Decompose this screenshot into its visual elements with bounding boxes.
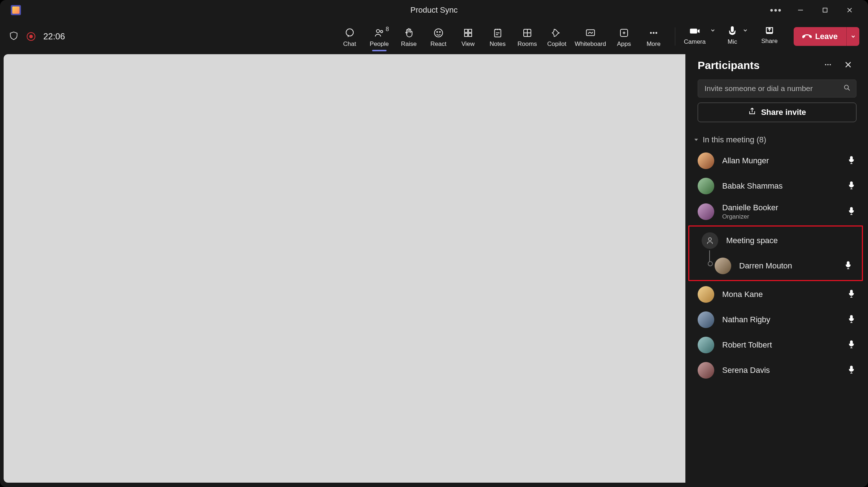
svg-point-18 [650, 32, 652, 34]
raise-hand-button[interactable]: Raise [394, 25, 424, 48]
participant-row[interactable]: Allan Munger [685, 148, 865, 173]
recording-indicator-icon[interactable] [27, 32, 35, 41]
mic-button[interactable]: Mic [724, 25, 740, 46]
room-member-row[interactable]: Darren Mouton [689, 253, 862, 279]
maximize-button[interactable] [818, 3, 832, 17]
participant-name: Allan Munger [722, 156, 769, 165]
participant-row[interactable]: Mona Kane [685, 282, 865, 307]
meeting-toolbar: 22:06 Chat 8 People Raise React V [0, 20, 868, 53]
chevron-down-icon [693, 137, 699, 143]
close-button[interactable] [843, 3, 856, 17]
meeting-window: Product Sync ••• 22:06 Chat [0, 0, 868, 487]
chat-button[interactable]: Chat [335, 25, 365, 48]
participant-role: Organizer [722, 213, 778, 220]
notes-label: Notes [490, 40, 506, 48]
leave-options-button[interactable] [846, 27, 859, 46]
chat-label: Chat [343, 40, 356, 48]
rooms-button[interactable]: Rooms [512, 25, 542, 48]
react-button[interactable]: React [424, 25, 453, 48]
more-button[interactable]: More [639, 25, 668, 48]
avatar [698, 178, 714, 194]
minimize-button[interactable] [794, 3, 807, 17]
mic-icon[interactable] [847, 156, 856, 166]
participant-name: Serena Davis [722, 366, 770, 375]
avatar [698, 152, 714, 169]
svg-point-4 [346, 29, 353, 36]
panel-header: Participants [685, 53, 865, 77]
copilot-button[interactable]: Copilot [542, 25, 572, 48]
participants-list: Allan Munger Babak Shammas Danielle Book… [685, 148, 865, 383]
avatar [698, 311, 714, 328]
mic-icon[interactable] [847, 365, 856, 375]
svg-point-29 [708, 238, 711, 241]
raise-label: Raise [401, 40, 416, 48]
invite-placeholder: Invite someone or dial a number [705, 84, 813, 93]
share-invite-button[interactable]: Share invite [698, 103, 856, 122]
avatar [698, 203, 714, 220]
svg-point-8 [437, 31, 438, 33]
apps-button[interactable]: Apps [609, 25, 639, 48]
avatar [715, 258, 731, 274]
notes-button[interactable]: Notes [483, 25, 512, 48]
mic-options-chevron-icon[interactable] [740, 25, 750, 35]
whiteboard-button[interactable]: Whiteboard [572, 25, 609, 48]
participant-row[interactable]: Serena Davis [685, 358, 865, 383]
svg-point-6 [380, 30, 383, 33]
shield-icon[interactable] [9, 31, 19, 42]
people-label: People [370, 40, 389, 48]
avatar [698, 337, 714, 353]
share-button[interactable]: Share [757, 25, 782, 45]
meeting-stage [4, 54, 685, 483]
room-avatar-icon [702, 232, 718, 249]
svg-point-9 [439, 31, 440, 33]
svg-point-22 [825, 64, 826, 65]
app-logo-icon [11, 5, 21, 15]
leave-phone-icon [802, 32, 812, 41]
panel-title: Participants [698, 59, 760, 72]
svg-point-19 [653, 32, 654, 34]
people-button[interactable]: 8 People [365, 25, 394, 48]
participant-row[interactable]: Danielle Booker Organizer [685, 199, 865, 225]
toolbar-separator [675, 27, 675, 46]
mic-label: Mic [728, 38, 737, 46]
copilot-label: Copilot [547, 40, 566, 48]
mic-icon[interactable] [847, 340, 856, 350]
svg-rect-11 [468, 29, 472, 33]
share-invite-label: Share invite [761, 108, 806, 117]
svg-point-7 [435, 29, 443, 37]
leave-button-group: Leave [794, 27, 859, 46]
svg-rect-12 [464, 33, 468, 36]
invite-input[interactable]: Invite someone or dial a number [698, 79, 856, 98]
share-invite-icon [748, 107, 757, 118]
mic-icon[interactable] [847, 315, 856, 325]
more-label: More [646, 40, 660, 48]
panel-more-icon[interactable] [824, 61, 832, 70]
react-label: React [431, 40, 446, 48]
participant-row[interactable]: Nathan Rigby [685, 307, 865, 332]
room-row[interactable]: Meeting space [689, 228, 862, 253]
room-name: Meeting space [726, 236, 778, 245]
more-options-icon[interactable]: ••• [769, 3, 783, 17]
mic-icon[interactable] [847, 181, 856, 191]
svg-point-23 [827, 64, 829, 65]
participant-name: Danielle Booker [722, 203, 778, 212]
mic-icon[interactable] [844, 261, 852, 271]
leave-label: Leave [815, 32, 838, 41]
avatar [698, 362, 714, 379]
section-in-meeting[interactable]: In this meeting (8) [685, 122, 865, 148]
meeting-elapsed-time: 22:06 [43, 31, 65, 42]
svg-line-28 [848, 89, 850, 90]
mic-icon[interactable] [847, 207, 856, 217]
camera-options-chevron-icon[interactable] [708, 25, 718, 35]
svg-rect-1 [823, 8, 827, 12]
mic-icon[interactable] [847, 289, 856, 299]
rooms-label: Rooms [518, 40, 537, 48]
apps-label: Apps [617, 40, 631, 48]
camera-button[interactable]: Camera [682, 25, 708, 46]
panel-close-icon[interactable] [844, 61, 852, 70]
svg-rect-10 [464, 29, 468, 33]
participant-row[interactable]: Babak Shammas [685, 173, 865, 199]
leave-button[interactable]: Leave [794, 27, 846, 46]
participant-row[interactable]: Robert Tolbert [685, 332, 865, 358]
view-button[interactable]: View [453, 25, 483, 48]
